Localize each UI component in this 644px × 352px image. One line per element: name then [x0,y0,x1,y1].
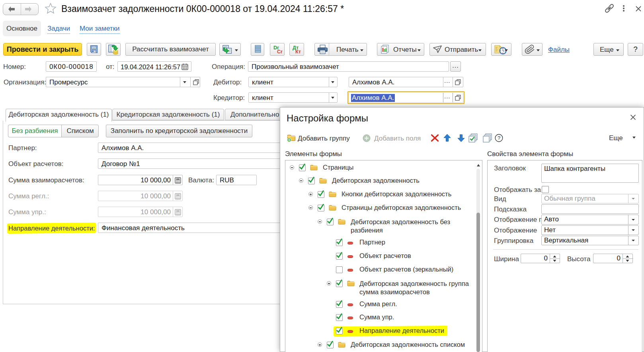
svg-text:?: ? [498,135,500,141]
